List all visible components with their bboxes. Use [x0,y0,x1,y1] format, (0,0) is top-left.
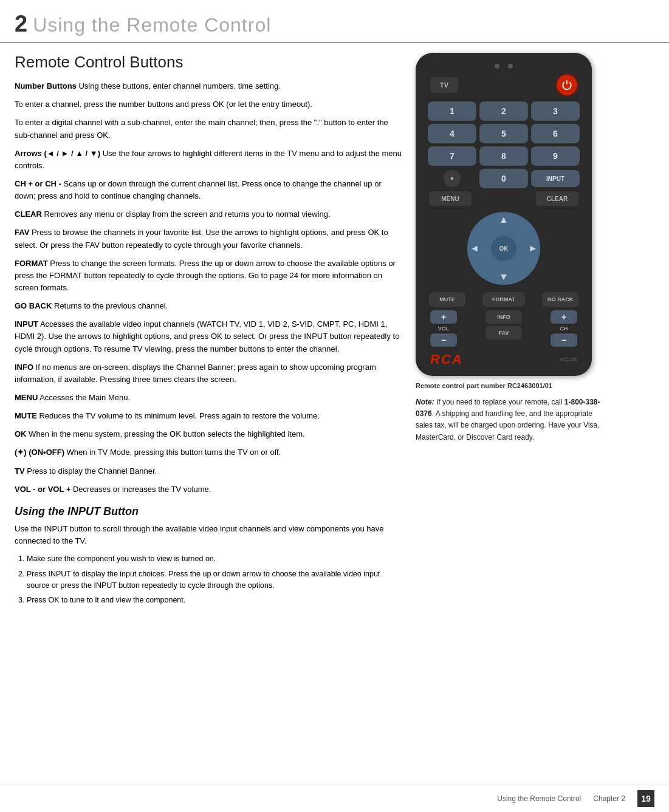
mute-goback-row: MUTE FORMAT GO BACK [428,292,580,307]
format-text: Press to change the screen formats. Pres… [15,259,396,292]
num-2-button[interactable]: 2 [479,101,528,121]
ch-label: CH + or CH - [15,179,61,188]
goback-button[interactable]: GO BACK [542,292,578,307]
dpad-down-button[interactable]: ▼ [499,271,509,282]
clear-button[interactable]: CLEAR [536,191,578,206]
note-rest: . A shipping and handling fee, and the a… [416,409,600,441]
num-9-button[interactable]: 9 [531,146,580,166]
model-number: RC246 [560,357,577,363]
num-6-button[interactable]: 6 [531,124,580,143]
dpad-left-button[interactable]: ◄ [470,243,479,254]
chapter-title: Using the Remote Control [33,14,271,36]
step-1: Make sure the component you wish to view… [27,553,403,565]
tv-text: Press to display the Channel Banner. [25,466,157,476]
format-para: FORMAT Press to change the screen format… [15,258,403,294]
info-fav-column: INFO FAV [485,310,522,347]
num-3-button[interactable]: 3 [531,101,580,121]
step-3: Press OK to tune to it and view the comp… [27,595,403,606]
note-box: Note: If you need to replace your remote… [416,397,604,443]
info-text: If no menus are on-screen, displays the … [15,363,376,384]
tv-para: TV Press to display the Channel Banner. [15,465,403,477]
step-2: Press INPUT to display the input choices… [27,568,403,592]
mute-button[interactable]: MUTE [429,292,465,307]
power-label: (✦) (ON•OFF) [15,448,64,457]
page-footer: Using the Remote Control Chapter 2 19 [0,785,669,812]
ok-text: When in the menu system, pressing the OK… [27,429,305,438]
number-buttons-label: Number Buttons [15,81,77,90]
input-text: Accesses the available video input chann… [15,319,399,353]
section-title: Remote Control Buttons [15,53,403,72]
goback-para: GO BACK Returns to the previous channel. [15,300,403,312]
clear-para: CLEAR Removes any menu or display from t… [15,208,403,220]
ok-label: OK [15,429,27,438]
tv-button[interactable]: TV [430,77,458,93]
dot-button[interactable]: • [444,170,461,187]
num-1-button[interactable]: 1 [428,101,476,121]
dpad: ▲ ▼ ◄ ► OK [467,212,540,285]
arrows-label: Arrows (◄ / ► / ▲ / ▼) [15,149,100,158]
main-content: Remote Control Buttons Number Buttons Us… [0,53,669,611]
number-grid: 1 2 3 4 5 6 7 8 9 [428,101,580,166]
vol-info-ch-row: + VOL − INFO FAV + CH − [428,310,580,347]
menu-text: Accesses the Main Menu. [38,393,130,402]
input-label: INPUT [15,319,38,329]
sub-section-intro: Use the INPUT button to scroll through t… [15,523,403,547]
rca-logo: RCA [430,352,463,367]
power-para: (✦) (ON•OFF) When in TV Mode, pressing t… [15,446,403,459]
clear-text: Removes any menu or display from the scr… [42,210,331,219]
vol-label: VOL - or VOL + [15,485,70,494]
ch-text: Scans up or down through the current cha… [15,179,382,200]
para2: To enter a digital channel with a sub-ch… [15,117,403,141]
number-buttons-text: Using these buttons, enter channel numbe… [77,81,281,90]
chapter-heading: 2Using the Remote Control [15,11,654,37]
format-button[interactable]: FORMAT [482,292,525,307]
ok-button[interactable]: OK [491,236,516,261]
goback-label: GO BACK [15,301,52,310]
ch-para: CH + or CH - Scans up or down through th… [15,178,403,202]
num-5-button[interactable]: 5 [479,124,528,143]
vol-minus-button[interactable]: − [430,333,457,347]
vol-para: VOL - or VOL + Decreases or increases th… [15,483,403,496]
number-buttons-para: Number Buttons Using these buttons, ente… [15,80,403,92]
fav-button[interactable]: FAV [485,326,522,339]
info-para: INFO If no menus are on-screen, displays… [15,361,403,386]
ch-label: CH [560,326,568,332]
remote-indicators [428,64,580,69]
vol-label: VOL [438,326,450,332]
remote-caption: Remote control part number RC2463001/01 [416,382,604,389]
note-text: Note: If you need to replace your remote… [416,397,604,443]
mute-text: Reduces the TV volume to its minimum lev… [37,411,320,420]
note-text-body: If you need to replace your remote, call [434,398,564,406]
num-0-button[interactable]: 0 [479,169,528,188]
dpad-right-button[interactable]: ► [528,243,538,254]
para1: To enter a channel, press the number but… [15,98,403,111]
dpad-up-button[interactable]: ▲ [499,214,509,225]
input-button[interactable]: INPUT [531,170,580,187]
fav-para: FAV Press to browse the channels in your… [15,227,403,251]
mute-para: MUTE Reduces the TV volume to its minimu… [15,410,403,422]
ch-column: + CH − [551,310,577,347]
info-label: INFO [15,363,33,372]
dpad-container: ▲ ▼ ◄ ► OK [428,212,580,285]
num-4-button[interactable]: 4 [428,124,476,143]
tv-label: TV [15,466,25,476]
footer-chapter: Chapter 2 [593,794,625,803]
info-button[interactable]: INFO [485,310,522,324]
input-para: INPUT Accesses the available video input… [15,318,403,355]
num-8-button[interactable]: 8 [479,146,528,166]
chapter-number: 2 [15,11,28,36]
menu-button[interactable]: MENU [429,191,472,206]
menu-para: MENU Accesses the Main Menu. [15,392,403,404]
ch-plus-button[interactable]: + [551,310,577,324]
footer-text: Using the Remote Control [497,794,581,803]
vol-column: + VOL − [430,310,457,347]
goback-text: Returns to the previous channel. [52,301,168,310]
num-7-button[interactable]: 7 [428,146,476,166]
power-button[interactable] [557,75,577,95]
remote-top-row: TV [428,75,580,95]
input-steps-list: Make sure the component you wish to view… [27,553,403,606]
mute-label: MUTE [15,411,37,420]
vol-plus-button[interactable]: + [430,310,457,324]
ch-minus-button[interactable]: − [551,333,577,347]
indicator-dot-1 [495,64,499,69]
